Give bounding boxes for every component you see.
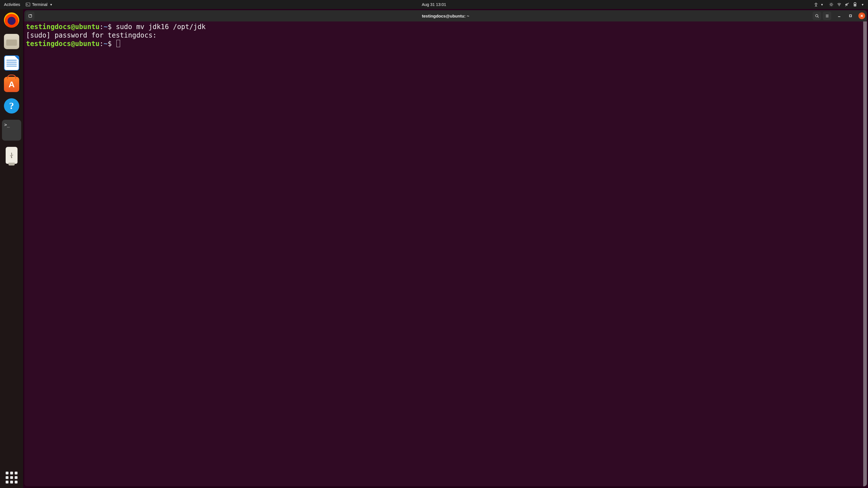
- show-applications-button[interactable]: [6, 471, 18, 484]
- dock-ubuntu-software[interactable]: A: [4, 77, 19, 92]
- prompt-sigil: $: [107, 40, 112, 48]
- brightness-icon: [829, 2, 834, 7]
- system-menu[interactable]: ▼: [827, 1, 866, 8]
- new-tab-button[interactable]: [26, 11, 34, 20]
- svg-point-20: [815, 14, 818, 17]
- dock-terminal[interactable]: >_: [2, 120, 21, 141]
- svg-line-7: [830, 3, 830, 3]
- svg-line-10: [830, 6, 830, 6]
- app-menu-label: Terminal: [32, 2, 48, 7]
- window-title: testingdocs@ubuntu: ~: [422, 13, 469, 19]
- close-icon: [860, 14, 863, 17]
- prompt-sep: :: [99, 23, 103, 31]
- clock-label: Aug 31 13:01: [422, 2, 446, 7]
- accessibility-icon: [814, 2, 818, 7]
- sound-muted-icon: [845, 2, 849, 7]
- dock-removable-drive[interactable]: [6, 147, 18, 164]
- battery-icon: [853, 2, 857, 7]
- terminal-cursor: [116, 40, 120, 47]
- space: [112, 40, 116, 48]
- svg-point-11: [839, 6, 839, 6]
- wifi-icon: [837, 2, 841, 7]
- search-button[interactable]: [813, 11, 821, 20]
- prompt-user: testingdocs@ubuntu: [26, 40, 99, 48]
- gnome-topbar: Activities Terminal ▼ Aug 31 13:01 ▼ ▼: [0, 0, 868, 9]
- close-button[interactable]: [858, 12, 865, 19]
- clock[interactable]: Aug 31 13:01: [420, 1, 448, 8]
- dock-files[interactable]: [4, 34, 19, 49]
- accessibility-menu[interactable]: ▼: [811, 1, 826, 8]
- search-icon: [815, 14, 819, 18]
- svg-point-2: [830, 4, 832, 5]
- command-1: sudo mv jdk16 /opt/jdk: [116, 23, 206, 31]
- window-titlebar[interactable]: testingdocs@ubuntu: ~: [24, 10, 867, 22]
- software-glyph: A: [8, 77, 15, 92]
- svg-rect-16: [855, 4, 856, 6]
- new-tab-icon: [28, 14, 32, 18]
- hamburger-menu-button[interactable]: [823, 11, 831, 20]
- app-menu[interactable]: Terminal ▼: [24, 1, 55, 8]
- hamburger-icon: [825, 14, 829, 18]
- svg-line-9: [832, 3, 833, 3]
- svg-line-21: [817, 17, 818, 17]
- svg-rect-15: [855, 2, 856, 3]
- help-glyph: ?: [9, 98, 14, 113]
- activities-label: Activities: [4, 2, 20, 7]
- terminal-scrollbar[interactable]: [863, 22, 867, 486]
- terminal-viewport[interactable]: testingdocs@ubuntu:~$ sudo mv jdk16 /opt…: [24, 22, 867, 486]
- maximize-icon: [849, 14, 852, 17]
- terminal-window: testingdocs@ubuntu: ~ testingdocs@ubuntu…: [24, 10, 867, 486]
- dock: A ? >_: [0, 9, 23, 488]
- svg-rect-26: [849, 15, 851, 17]
- svg-rect-17: [29, 14, 31, 17]
- usb-icon: [8, 152, 15, 159]
- terminal-icon: [26, 2, 30, 7]
- minimize-button[interactable]: [836, 12, 843, 19]
- prompt-path: ~: [104, 23, 107, 31]
- dock-help[interactable]: ?: [4, 98, 19, 113]
- prompt-path: ~: [104, 40, 107, 48]
- chevron-down-icon: ▼: [861, 3, 864, 6]
- prompt-user: testingdocs@ubuntu: [26, 23, 99, 31]
- prompt-sep: :: [99, 40, 103, 48]
- output-line-1: [sudo] password for testingdocs:: [26, 31, 157, 39]
- dock-libreoffice-writer[interactable]: [4, 55, 19, 71]
- minimize-icon: [838, 14, 841, 17]
- svg-point-1: [816, 3, 816, 3]
- dock-firefox[interactable]: [4, 12, 19, 28]
- svg-rect-0: [26, 3, 30, 6]
- svg-line-8: [832, 6, 833, 6]
- terminal-glyph: >_: [4, 123, 10, 127]
- maximize-button[interactable]: [847, 12, 854, 19]
- prompt-sigil: $: [107, 23, 112, 31]
- chevron-down-icon: ▼: [50, 3, 53, 6]
- space: [112, 23, 116, 31]
- chevron-down-icon: ▼: [820, 3, 824, 6]
- activities-button[interactable]: Activities: [2, 1, 22, 8]
